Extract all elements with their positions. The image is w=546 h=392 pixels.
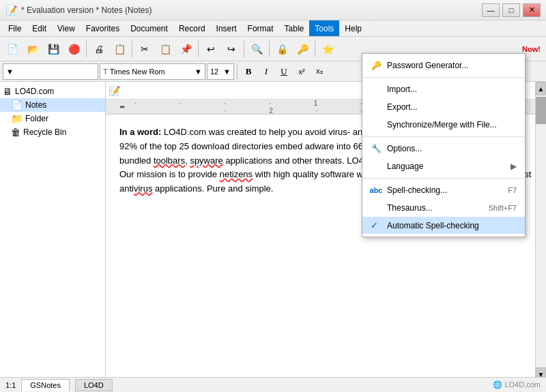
vertical-scrollbar[interactable]: ▲ ▼ [535,82,546,381]
dropdown-import-label: Import... [387,85,417,94]
open-button[interactable]: 📂 [23,40,42,59]
dropdown-item-password[interactable]: 🔑 Password Generator... [362,57,525,74]
sidebar-notes-label: Notes [25,100,46,110]
sidebar-item-notes[interactable]: 📄 Notes [0,98,105,112]
menu-document[interactable]: Document [125,20,173,36]
sidebar-item-folder[interactable]: 📁 Folder [0,112,105,125]
sync-icon [371,119,382,130]
autospell-check-icon: ✓ [371,220,382,230]
dropdown-autospell-label: Automatic Spell-checking [387,221,479,230]
italic-button[interactable]: I [258,63,274,80]
underline-button[interactable]: U [276,63,292,80]
search-button[interactable]: 🔍 [247,40,266,59]
lock-button[interactable]: 🔒 [272,40,291,59]
save-button[interactable]: 💾 [44,40,63,59]
promo-text: Now! [522,45,543,53]
menu-edit[interactable]: Edit [27,20,52,36]
menu-tools[interactable]: Tools [309,20,339,36]
thesaurus-shortcut: Shift+F7 [489,204,517,212]
thesaurus-icon [371,202,382,213]
dropdown-item-sync[interactable]: Synchronize/Merge with File... [362,116,525,134]
tab-lo4d[interactable]: LO4D [75,379,113,391]
maximize-button[interactable]: □ [502,3,520,17]
menu-format[interactable]: Format [242,20,279,36]
menu-record[interactable]: Record [173,20,211,36]
font-style-label: ▼ [6,67,14,76]
menu-view[interactable]: View [52,20,81,36]
dropdown-sep-3 [362,178,525,179]
sidebar-recycle-label: Recycle Bin [23,127,66,137]
paste-button[interactable]: 📌 [176,40,195,59]
sidebar-item-lo4d[interactable]: 🖥 LO4D.com [0,85,105,98]
cut-button[interactable]: ✂ [135,40,154,59]
sidebar-item-recycle[interactable]: 🗑 Recycle Bin [0,125,105,139]
dropdown-password-label: Password Generator... [387,61,468,70]
font-icon: T [103,67,108,76]
import-icon [371,84,382,95]
dropdown-item-autospell[interactable]: ✓ Automatic Spell-checking [362,217,525,234]
new-button[interactable]: 📄 [3,40,22,59]
cursor-position: 1:1 [5,381,16,389]
dropdown-item-import[interactable]: Import... [362,80,525,98]
language-arrow: ▶ [511,162,517,171]
title-bar-controls: — □ ✕ [482,3,541,17]
dropdown-item-language[interactable]: Language ▶ [362,157,525,175]
options-icon: 🔧 [371,143,382,154]
dropdown-sep-2 [362,136,525,137]
key-button[interactable]: 🔑 [293,40,312,59]
folder-icon: 📁 [11,113,23,124]
toolbar-sep-1 [86,41,87,57]
tools-dropdown: 🔑 Password Generator... Import... Export… [362,53,526,237]
language-icon [371,161,382,172]
undo-button[interactable]: ↩ [201,40,220,59]
toolbar-sep-6 [315,41,315,57]
font-style-select[interactable]: ▼ [3,63,98,80]
dropdown-item-spellcheck[interactable]: abc Spell-checking... F7 [362,181,525,199]
print-button[interactable]: 🖨 [89,40,109,59]
format-sep-1 [237,63,238,80]
menu-bar: File Edit View Favorites Document Record… [0,20,546,37]
dropdown-spellcheck-label: Spell-checking... [387,185,447,195]
superscript-button[interactable]: x² [293,63,310,80]
subscript-label: x₂ [316,67,323,76]
sidebar-lo4d-label: LO4D.com [15,87,54,96]
export-icon [371,102,382,112]
superscript-label: x² [298,67,304,76]
dropdown-export-label: Export... [387,102,418,112]
star-button[interactable]: ⭐ [318,40,337,59]
font-size-label: 12 [210,67,218,76]
close-button[interactable]: ✕ [523,3,541,17]
title-bar-left: 📝 * Evaluation version * Notes (Notes) [5,5,152,16]
font-size-arrow: ▼ [223,67,231,76]
scroll-thumb[interactable] [536,97,546,124]
font-size-select[interactable]: 12 ▼ [207,63,234,80]
subscript-button[interactable]: x₂ [311,63,328,80]
redo-button[interactable]: ↪ [222,40,241,59]
font-name-label: Times New Rom [110,67,165,76]
tab-gsnotes[interactable]: GSNotes [21,379,70,391]
menu-favorites[interactable]: Favorites [81,20,125,36]
toolbar-btn-4[interactable]: 🔴 [64,40,83,59]
menu-file[interactable]: File [3,20,27,36]
dropdown-item-export[interactable]: Export... [362,98,525,116]
menu-table[interactable]: Table [279,20,310,36]
bold-button[interactable]: B [240,63,257,80]
minimize-button[interactable]: — [482,3,500,17]
scroll-up-btn[interactable]: ▲ [536,82,546,95]
title-bar: 📝 * Evaluation version * Notes (Notes) —… [0,0,546,20]
menu-insert[interactable]: Insert [211,20,242,36]
toolbar-sep-2 [132,41,132,57]
font-name-select[interactable]: T Times New Rom ▼ [100,63,205,80]
font-name-arrow: ▼ [195,67,202,76]
app-icon: 📝 [5,5,17,16]
menu-help[interactable]: Help [339,20,367,36]
sidebar-folder-label: Folder [25,114,48,123]
spellcheck-shortcut: F7 [508,186,517,194]
dropdown-sep-1 [362,77,525,78]
note-icon: 📝 [109,85,120,96]
dropdown-sync-label: Synchronize/Merge with File... [387,120,497,130]
copy-button[interactable]: 📋 [156,40,175,59]
dropdown-item-options[interactable]: 🔧 Options... [362,140,525,157]
dropdown-item-thesaurus[interactable]: Thesaurus... Shift+F7 [362,199,525,217]
print-preview-button[interactable]: 📋 [110,40,129,59]
